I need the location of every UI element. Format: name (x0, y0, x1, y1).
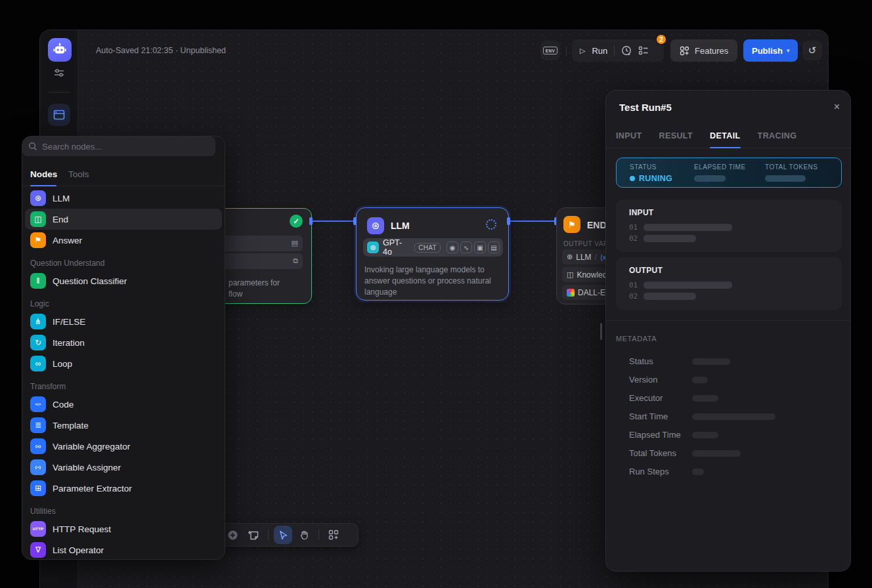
io-line: 01 (629, 223, 732, 232)
skeleton-bar (694, 175, 726, 182)
node-item-variable-aggregator[interactable]: {x}Variable Aggregator (25, 436, 222, 457)
section-divider (606, 320, 850, 321)
node-input-handle[interactable] (353, 217, 357, 225)
audio-icon: ∿ (460, 242, 472, 253)
io-line: 02 (629, 234, 696, 243)
skeleton-bar (692, 377, 708, 383)
panel-resize-handle[interactable] (600, 323, 602, 340)
skeleton-bar (643, 224, 732, 231)
node-item-label: Question Classifier (53, 276, 127, 286)
add-node-button[interactable] (223, 526, 242, 544)
node-item-label: LLM (53, 194, 70, 203)
node-item-label: HTTP Request (53, 524, 111, 534)
env-button[interactable]: ENV (540, 41, 560, 60)
node-output-handle[interactable] (507, 217, 510, 225)
metadata-label: Elapsed Time (629, 430, 692, 440)
skeleton-bar (643, 235, 696, 242)
line-number: 01 (629, 281, 638, 289)
node-group-label: Utilities (22, 499, 225, 518)
node-item-parameter-extractor[interactable]: ⊞Parameter Extractor (25, 478, 222, 499)
node-group-label: Transform (22, 374, 225, 394)
model-selector[interactable]: ⊛ GPT-4o CHAT ◉∿▣▤ (363, 238, 503, 257)
notification-badge: 2 (655, 33, 667, 45)
node-item-label: Variable Aggregator (53, 442, 130, 452)
io-line: 01 (629, 281, 732, 289)
organize-nodes-button[interactable] (324, 526, 343, 544)
skeleton-bar (692, 450, 741, 457)
tab-input[interactable]: INPUT (616, 123, 642, 148)
node-item-list-operator[interactable]: ∇List Operator (25, 539, 222, 560)
line-number: 01 (629, 223, 638, 232)
tab-tracing[interactable]: TRACING (758, 123, 797, 148)
skeleton-bar (692, 358, 730, 365)
metadata-label: Run Steps (629, 467, 692, 476)
tab-tools[interactable]: Tools (68, 169, 89, 179)
loading-spinner-icon (486, 219, 496, 230)
elapsed-time-label: ELAPSED TIME (694, 163, 746, 171)
preview-window-button[interactable] (48, 104, 70, 126)
node-item-if-else[interactable]: ⋔IF/ELSE (25, 311, 222, 332)
run-button-group: ▷ Run (572, 39, 664, 62)
total-tokens-label: TOTAL TOKENS (765, 163, 817, 171)
search-icon (28, 142, 37, 151)
node-item-http-request[interactable]: HTTPHTTP Request (25, 518, 222, 539)
add-note-button[interactable] (244, 526, 263, 544)
llm-node[interactable]: ⊛ LLM ⊛ GPT-4o CHAT ◉∿▣▤ Invoking large … (356, 207, 509, 301)
active-tab-underline (30, 185, 56, 186)
node-item-question-classifier[interactable]: ‖Question Classifier (25, 270, 222, 291)
pointer-tool-button[interactable] (274, 526, 292, 544)
node-type-icon-loop: ∞ (30, 356, 46, 371)
node-item-template[interactable]: ≣Template (25, 415, 222, 436)
metadata-row-status: Status (629, 356, 730, 366)
run-button[interactable]: Run (592, 46, 607, 56)
hand-tool-button[interactable] (295, 526, 313, 544)
version-history-button[interactable]: ↺ (802, 41, 822, 60)
run-group-divider (614, 45, 615, 56)
line-number: 02 (629, 292, 638, 301)
status-value: RUNING (639, 174, 672, 183)
chevron-down-icon: ▾ (787, 47, 790, 54)
openai-model-icon: ⊛ (367, 242, 379, 253)
close-icon[interactable]: × (834, 101, 840, 113)
node-item-label: Iteration (53, 338, 85, 348)
metadata-row-executor: Executor (629, 393, 718, 403)
tab-nodes[interactable]: Nodes (30, 169, 57, 179)
node-item-end[interactable]: ◫End (25, 209, 222, 230)
node-item-variable-assigner[interactable]: {=}Variable Assigner (25, 457, 222, 478)
run-history-clock-icon[interactable] (621, 45, 632, 56)
tab-detail[interactable]: DETAIL (710, 123, 741, 148)
field-icon: ▤ (292, 239, 298, 247)
llm-node-title: LLM (391, 220, 410, 231)
node-item-iteration[interactable]: ↻Iteration (25, 332, 222, 353)
checklist-icon[interactable] (638, 45, 649, 56)
tab-result[interactable]: RESULT (659, 123, 693, 148)
features-button[interactable]: Features (670, 39, 737, 62)
app-logo-robot-icon[interactable] (48, 38, 72, 62)
status-label: STATUS (630, 163, 672, 171)
metadata-row-start-time: Start Time (629, 411, 775, 421)
node-group-label: Question Understand (22, 251, 225, 270)
end-node-icon: ⚑ (563, 216, 580, 233)
sliders-icon[interactable] (54, 68, 64, 78)
toolbar-divider (318, 530, 319, 540)
knowledge-icon: ◫ (567, 270, 573, 279)
metadata-label: Start Time (629, 411, 692, 421)
metadata-row-run-steps: Run Steps (629, 467, 704, 476)
document-icon: ▤ (488, 242, 500, 253)
env-icon: ENV (543, 47, 557, 54)
node-item-label: List Operator (53, 545, 104, 555)
llm-node-icon: ⊛ (367, 217, 384, 234)
publish-button[interactable]: Publish ▾ (743, 39, 798, 62)
search-input[interactable]: Search nodes... (22, 136, 215, 156)
node-item-loop[interactable]: ∞Loop (25, 353, 222, 374)
skeleton-bar (692, 395, 718, 402)
line-number: 02 (629, 234, 638, 243)
node-item-code[interactable]: </>Code (25, 394, 222, 415)
node-item-answer[interactable]: ⚑Answer (25, 230, 222, 251)
node-type-icon-if-else: ⋔ (30, 314, 46, 329)
llm-icon: ⊛ (567, 253, 573, 261)
node-item-llm[interactable]: ⊛LLM (25, 188, 222, 209)
skeleton-bar (765, 175, 806, 182)
metadata-label: Version (629, 375, 692, 385)
node-type-icon-list-operator: ∇ (30, 542, 46, 558)
